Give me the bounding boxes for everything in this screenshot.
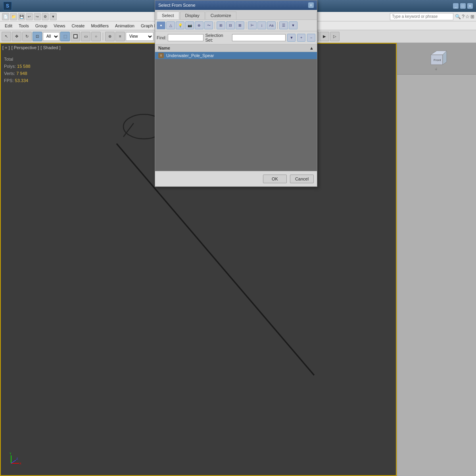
settings-btn[interactable]: ⚙	[42, 13, 49, 20]
dialog-close-button[interactable]: ×	[308, 2, 314, 8]
redo-btn[interactable]: ↪	[34, 13, 41, 20]
rect-select-btn[interactable]: ▭	[81, 32, 90, 41]
search-bar: 🔍 ? ☆ ⊞	[390, 13, 474, 20]
dropdown-btn[interactable]: ▼	[50, 13, 57, 20]
rotate-tool-btn[interactable]: ↻	[22, 32, 32, 41]
menu-edit[interactable]: Edit	[2, 23, 15, 29]
viewport-header: [ + ] [ Perspective ] [ Shaded ]	[2, 45, 61, 50]
dialog-list-header: Name ▲	[155, 44, 317, 52]
dialog-list[interactable]: T Underwater_Pole_Spear	[155, 52, 317, 171]
polys-label: Polys:	[4, 64, 17, 69]
new-btn[interactable]: 📄	[2, 13, 9, 20]
tab-display[interactable]: Display	[180, 12, 205, 19]
dialog-tabs: Select Display Customize	[155, 10, 317, 20]
selection-set-del-btn[interactable]: −	[307, 34, 315, 42]
select-by-name-btn[interactable]: 🔲	[71, 32, 80, 41]
separator-1	[103, 33, 103, 40]
verts-label: Verts:	[4, 71, 16, 76]
verts-value: 7 948	[16, 71, 27, 76]
dlg-options-btn[interactable]: ▼	[289, 21, 298, 29]
dlg-none-btn[interactable]: ⊟	[226, 21, 235, 29]
menu-group[interactable]: Group	[32, 23, 51, 29]
svg-text:Z: Z	[16, 457, 18, 460]
search-help-icon[interactable]: ?	[462, 14, 464, 19]
search-star-icon[interactable]: ☆	[465, 14, 470, 19]
tab-customize[interactable]: Customize	[205, 12, 236, 19]
select-from-scene-dialog[interactable]: Select From Scene × Select Display Custo…	[155, 0, 317, 187]
selection-set-label: Selection Set:	[205, 33, 230, 42]
dlg-lights-btn[interactable]: 💡	[176, 21, 184, 29]
viewcube[interactable]: Front N	[425, 47, 449, 71]
list-header-name: Name	[158, 46, 170, 50]
cancel-button[interactable]: Cancel	[290, 175, 314, 183]
title-controls: _ □ ×	[453, 3, 473, 9]
axes-indicator: X Y Z	[7, 451, 23, 467]
dlg-case-btn[interactable]: Aa	[267, 21, 276, 29]
menu-animation[interactable]: Animation	[112, 23, 138, 29]
menu-modifiers[interactable]: Modifiers	[88, 23, 112, 29]
app-logo: S	[3, 2, 12, 10]
polys-value: 15 588	[17, 64, 31, 69]
menu-create[interactable]: Create	[68, 23, 88, 29]
dialog-titlebar: Select From Scene ×	[155, 0, 317, 10]
dlg-sep-1	[215, 22, 215, 29]
view-dropdown[interactable]: View	[126, 32, 154, 41]
search-expand-icon[interactable]: ⊞	[470, 14, 474, 19]
selection-set-input[interactable]	[232, 34, 286, 41]
menu-views[interactable]: Views	[50, 23, 68, 29]
dlg-shapes-btn[interactable]: △	[166, 21, 175, 29]
viewcube-area: Front N	[397, 43, 476, 75]
render-btn[interactable]: ▷	[330, 32, 340, 41]
mirror-btn[interactable]: ⊕	[105, 32, 115, 41]
dialog-find-row: Find: Selection Set: ▼ + −	[155, 31, 317, 44]
dlg-all-btn[interactable]: ⊞	[217, 21, 225, 29]
circ-select-btn[interactable]: ○	[91, 32, 101, 41]
scale-tool-btn[interactable]: ⊡	[33, 32, 42, 41]
viewport-perspective: [ Perspective ]	[12, 45, 39, 50]
dialog-title: Select From Scene	[158, 3, 196, 8]
list-item-0[interactable]: T Underwater_Pole_Spear	[155, 52, 317, 59]
align-btn[interactable]: ≡	[115, 32, 125, 41]
list-item-icon-0: T	[158, 53, 164, 58]
menu-tools[interactable]: Tools	[15, 23, 32, 29]
open-btn[interactable]: 📁	[10, 13, 17, 20]
ok-button[interactable]: OK	[263, 175, 287, 183]
region-select-btn[interactable]: ⬚	[60, 32, 70, 41]
render-scene-btn[interactable]: ▶	[320, 32, 329, 41]
search-icon[interactable]: 🔍	[455, 14, 461, 19]
dlg-spacewarps-btn[interactable]: 〜	[204, 21, 213, 29]
list-item-name-0: Underwater_Pole_Spear	[166, 53, 214, 58]
polys-stat: Polys: 15 588	[4, 63, 31, 70]
filter-dropdown[interactable]: All	[43, 32, 60, 41]
move-tool-btn[interactable]: ✥	[12, 32, 21, 41]
dlg-sep-3	[277, 22, 278, 29]
dlg-geometry-btn[interactable]: ●	[157, 21, 165, 29]
dialog-footer: OK Cancel	[155, 171, 317, 186]
maximize-btn[interactable]: □	[460, 3, 466, 9]
select-tool-btn[interactable]: ↖	[2, 32, 11, 41]
minimize-btn[interactable]: _	[453, 3, 459, 9]
stats-panel: Total Polys: 15 588 Verts: 7 948 FPS: 53…	[4, 56, 31, 84]
dlg-helpers-btn[interactable]: ⊕	[195, 21, 203, 29]
viewport-shaded: [ Shaded ]	[40, 45, 60, 50]
close-btn[interactable]: ×	[467, 3, 473, 9]
tab-select[interactable]: Select	[157, 12, 179, 19]
fps-value: 53.334	[15, 78, 29, 83]
dlg-sort-btn[interactable]: ↕	[257, 21, 266, 29]
dlg-cameras-btn[interactable]: 📷	[185, 21, 194, 29]
svg-text:Y: Y	[10, 452, 12, 455]
dlg-select-children-btn[interactable]: ⊢	[248, 21, 257, 29]
undo-btn[interactable]: ↩	[26, 13, 33, 20]
fps-label: FPS:	[4, 78, 13, 83]
dlg-layer-btn[interactable]: ☰	[279, 21, 288, 29]
save-btn[interactable]: 💾	[18, 13, 25, 20]
search-input[interactable]	[390, 13, 453, 20]
list-header-sort: ▲	[309, 46, 314, 50]
find-input[interactable]	[168, 34, 203, 41]
svg-text:N: N	[435, 68, 437, 71]
selection-set-add-btn[interactable]: +	[297, 34, 305, 42]
right-panel: Front N	[397, 43, 476, 476]
selection-set-dropdown-btn[interactable]: ▼	[287, 34, 296, 42]
svg-text:Front: Front	[434, 58, 441, 62]
dlg-invert-btn[interactable]: ⊠	[236, 21, 244, 29]
